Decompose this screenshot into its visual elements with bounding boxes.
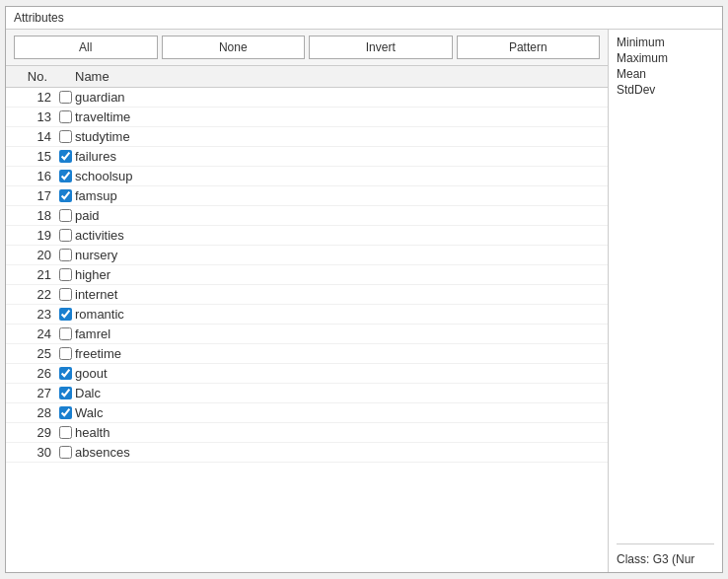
row-checkbox-cell — [55, 229, 75, 242]
row-checkbox[interactable] — [59, 387, 72, 399]
row-checkbox[interactable] — [59, 170, 72, 182]
table-row: 26goout — [6, 364, 608, 384]
table-row: 16schoolsup — [6, 167, 608, 186]
row-checkbox[interactable] — [59, 288, 72, 301]
table-row: 23romantic — [6, 305, 608, 325]
row-number: 17 — [6, 188, 55, 203]
row-number: 22 — [6, 287, 55, 302]
row-checkbox-cell — [55, 209, 75, 222]
content-area: All None Invert Pattern No. Name 12guard… — [6, 30, 722, 572]
row-name: famsup — [75, 188, 608, 203]
panel-title: Attributes — [6, 7, 722, 30]
main-container: Attributes All None Invert Pattern No. N… — [5, 6, 723, 573]
table-row: 19activities — [6, 226, 608, 246]
row-number: 13 — [6, 109, 55, 124]
table-row: 27Dalc — [6, 384, 608, 403]
row-number: 19 — [6, 228, 55, 243]
col-name-header: Name — [75, 69, 608, 84]
row-checkbox-cell — [55, 367, 75, 380]
row-checkbox-cell — [55, 268, 75, 281]
button-bar: All None Invert Pattern — [6, 30, 608, 66]
row-name: nursery — [75, 248, 608, 262]
class-label: Class: G3 (Nur — [617, 543, 714, 566]
row-checkbox[interactable] — [59, 130, 72, 143]
row-name: failures — [75, 149, 608, 164]
row-checkbox-cell — [55, 150, 75, 163]
row-number: 24 — [6, 326, 55, 341]
row-checkbox[interactable] — [59, 327, 72, 340]
row-number: 28 — [6, 405, 55, 420]
col-no-header: No. — [6, 69, 55, 84]
row-checkbox[interactable] — [59, 446, 72, 459]
row-checkbox[interactable] — [59, 249, 72, 261]
row-name: higher — [75, 267, 608, 282]
table-row: 30absences — [6, 443, 608, 463]
table-row: 20nursery — [6, 246, 608, 265]
none-button[interactable]: None — [162, 36, 306, 59]
row-checkbox-cell — [55, 446, 75, 459]
row-checkbox-cell — [55, 189, 75, 202]
row-checkbox-cell — [55, 130, 75, 143]
table-row: 28Walc — [6, 403, 608, 423]
row-name: Dalc — [75, 386, 608, 400]
row-name: paid — [75, 208, 608, 223]
table-row: 14studytime — [6, 127, 608, 147]
row-name: health — [75, 425, 608, 440]
row-number: 30 — [6, 445, 55, 460]
row-checkbox-cell — [55, 426, 75, 439]
row-checkbox[interactable] — [59, 150, 72, 163]
row-checkbox-cell — [55, 249, 75, 261]
row-checkbox-cell — [55, 406, 75, 419]
row-checkbox[interactable] — [59, 347, 72, 360]
row-number: 23 — [6, 307, 55, 322]
row-checkbox-cell — [55, 288, 75, 301]
row-number: 26 — [6, 366, 55, 381]
left-panel: All None Invert Pattern No. Name 12guard… — [6, 30, 609, 572]
all-button[interactable]: All — [14, 36, 158, 59]
row-checkbox-cell — [55, 308, 75, 321]
table-row: 12guardian — [6, 88, 608, 108]
right-panel: MinimumMaximumMeanStdDev Class: G3 (Nur — [609, 30, 722, 572]
row-name: famrel — [75, 326, 608, 341]
row-checkbox[interactable] — [59, 91, 72, 104]
row-checkbox-cell — [55, 347, 75, 360]
row-checkbox[interactable] — [59, 406, 72, 419]
row-name: schoolsup — [75, 169, 608, 183]
row-number: 27 — [6, 386, 55, 400]
row-checkbox-cell — [55, 170, 75, 182]
pattern-button[interactable]: Pattern — [457, 36, 601, 59]
stats-list: MinimumMaximumMeanStdDev — [617, 36, 714, 97]
row-number: 25 — [6, 346, 55, 361]
row-checkbox[interactable] — [59, 367, 72, 380]
row-name: absences — [75, 445, 608, 460]
row-name: goout — [75, 366, 608, 381]
table-row: 21higher — [6, 265, 608, 285]
row-number: 15 — [6, 149, 55, 164]
table-header: No. Name — [6, 66, 608, 88]
row-number: 20 — [6, 248, 55, 262]
row-checkbox[interactable] — [59, 209, 72, 222]
table-row: 22internet — [6, 285, 608, 305]
stat-item: Maximum — [617, 51, 714, 65]
row-checkbox-cell — [55, 327, 75, 340]
table-row: 29health — [6, 423, 608, 443]
row-name: traveltime — [75, 109, 608, 124]
table-row: 25freetime — [6, 344, 608, 364]
row-name: guardian — [75, 90, 608, 105]
invert-button[interactable]: Invert — [309, 36, 453, 59]
row-number: 21 — [6, 267, 55, 282]
stat-item: Mean — [617, 67, 714, 81]
row-name: freetime — [75, 346, 608, 361]
row-number: 12 — [6, 90, 55, 105]
row-number: 18 — [6, 208, 55, 223]
table-row: 18paid — [6, 206, 608, 226]
table-row: 15failures — [6, 147, 608, 167]
row-checkbox[interactable] — [59, 426, 72, 439]
stat-item: Minimum — [617, 36, 714, 49]
row-name: romantic — [75, 307, 608, 322]
row-checkbox[interactable] — [59, 268, 72, 281]
row-checkbox[interactable] — [59, 308, 72, 321]
row-checkbox[interactable] — [59, 189, 72, 202]
row-checkbox[interactable] — [59, 229, 72, 242]
row-checkbox[interactable] — [59, 110, 72, 123]
